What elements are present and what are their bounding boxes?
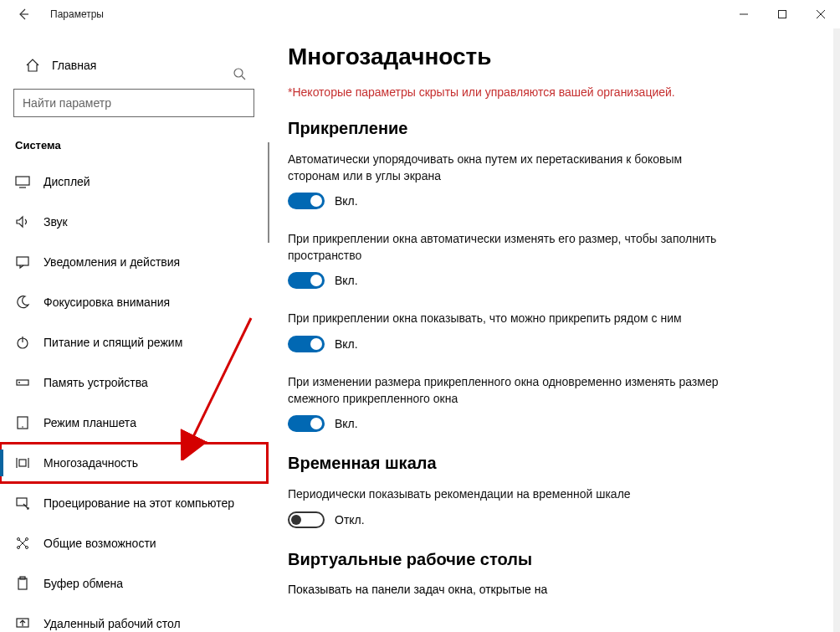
sidebar-item-notifications[interactable]: Уведомления и действия	[0, 242, 268, 282]
sidebar-item-sound[interactable]: Звук	[0, 202, 268, 242]
toggle-state-label: Вкл.	[335, 337, 358, 351]
svg-rect-7	[16, 177, 29, 185]
search-input[interactable]	[13, 89, 254, 117]
svg-point-13	[18, 382, 20, 383]
moon-icon	[15, 295, 33, 310]
setting-snap-fill: При прикреплении окна автоматически изме…	[288, 231, 723, 289]
sidebar-item-display[interactable]: Дисплей	[0, 162, 268, 202]
window-controls	[725, 0, 840, 28]
scrollbar[interactable]	[833, 28, 840, 632]
maximize-button[interactable]	[763, 0, 802, 28]
remote-icon	[15, 616, 33, 631]
titlebar: Параметры	[0, 0, 840, 28]
main-panel: Многозадачность *Некоторые параметры скр…	[268, 28, 840, 632]
sidebar-item-label: Удаленный рабочий стол	[44, 617, 181, 630]
power-icon	[15, 335, 33, 350]
sidebar-item-label: Общие возможности	[44, 537, 156, 550]
svg-rect-2	[779, 11, 786, 18]
projecting-icon	[15, 496, 33, 511]
toggle-state-label: Вкл.	[335, 194, 358, 208]
sidebar-item-label: Режим планшета	[44, 416, 136, 429]
sidebar-item-storage[interactable]: Память устройства	[0, 362, 268, 403]
virtual-desktops-heading: Виртуальные рабочие столы	[288, 550, 820, 569]
minimize-button[interactable]	[725, 0, 763, 28]
shared-icon	[15, 536, 33, 551]
sound-icon	[15, 214, 33, 229]
setting-desc: При изменении размера прикрепленного окн…	[288, 374, 723, 407]
timeline-heading: Временная шкала	[288, 454, 820, 473]
svg-rect-17	[19, 460, 26, 466]
sidebar-item-label: Память устройства	[44, 376, 148, 389]
sidebar-item-label: Уведомления и действия	[44, 255, 180, 269]
sidebar-item-projecting[interactable]: Проецирование на этот компьютер	[0, 483, 268, 523]
toggle-snap-assist[interactable]	[288, 336, 325, 352]
home-label: Главная	[52, 59, 96, 72]
setting-desc: Периодически показывать рекомендации на …	[288, 486, 723, 503]
sidebar-item-shared[interactable]: Общие возможности	[0, 523, 268, 563]
home-link[interactable]: Главная	[0, 49, 268, 82]
sidebar-item-label: Многозадачность	[44, 456, 138, 470]
sidebar-item-label: Дисплей	[44, 175, 90, 188]
multitasking-icon	[15, 455, 33, 470]
sidebar-item-label: Проецирование на этот компьютер	[44, 496, 234, 510]
sidebar-item-remote[interactable]: Удаленный рабочий стол	[0, 604, 268, 632]
toggle-state-label: Откл.	[335, 513, 365, 527]
storage-icon	[15, 375, 33, 390]
virtual-desktops-desc: Показывать на панели задач окна, открыты…	[288, 583, 723, 596]
snap-heading: Прикрепление	[288, 119, 820, 138]
toggle-state-label: Вкл.	[335, 274, 358, 287]
sidebar-item-label: Фокусировка внимания	[44, 295, 170, 309]
clipboard-icon	[15, 576, 33, 591]
back-button[interactable]	[10, 1, 37, 28]
sidebar-section: Система	[0, 117, 268, 162]
home-icon	[25, 58, 42, 73]
close-button[interactable]	[802, 0, 840, 28]
display-icon	[15, 174, 33, 189]
sidebar-item-power[interactable]: Питание и спящий режим	[0, 322, 268, 362]
toggle-snap-resize[interactable]	[288, 415, 325, 432]
sidebar-item-multitasking[interactable]: Многозадачность	[0, 443, 268, 483]
svg-point-15	[22, 426, 23, 428]
setting-snap-assist: При прикреплении окна показывать, что мо…	[288, 311, 723, 352]
setting-desc: При прикреплении окна показывать, что мо…	[288, 311, 723, 327]
toggle-snap-fill[interactable]	[288, 272, 325, 289]
sidebar-item-label: Буфер обмена	[44, 577, 123, 590]
sidebar-item-clipboard[interactable]: Буфер обмена	[0, 563, 268, 604]
page-title: Многозадачность	[288, 44, 820, 70]
sidebar: Главная Система Дисплей Звук Уведо	[0, 28, 268, 632]
svg-rect-19	[17, 498, 27, 506]
arrow-left-icon	[17, 8, 30, 21]
svg-rect-26	[18, 578, 27, 589]
window-title: Параметры	[50, 8, 104, 20]
toggle-snap-auto-arrange[interactable]	[288, 193, 325, 209]
org-managed-note: *Некоторые параметры скрыты или управляю…	[288, 85, 820, 99]
setting-desc: Автоматически упорядочивать окна путем и…	[288, 152, 723, 184]
notifications-icon	[15, 254, 33, 270]
setting-timeline-suggestions: Периодически показывать рекомендации на …	[288, 486, 723, 528]
toggle-timeline-suggestions[interactable]	[288, 511, 325, 528]
sidebar-item-tablet[interactable]: Режим планшета	[0, 403, 268, 443]
setting-desc: При прикреплении окна автоматически изме…	[288, 231, 723, 264]
setting-snap-auto-arrange: Автоматически упорядочивать окна путем и…	[288, 152, 723, 209]
sidebar-item-label: Питание и спящий режим	[44, 336, 182, 349]
sidebar-item-label: Звук	[44, 215, 68, 229]
tablet-icon	[15, 415, 33, 430]
setting-snap-resize: При изменении размера прикрепленного окн…	[288, 374, 723, 432]
toggle-state-label: Вкл.	[335, 417, 358, 430]
sidebar-item-focus[interactable]: Фокусировка внимания	[0, 282, 268, 322]
svg-rect-9	[17, 257, 28, 265]
